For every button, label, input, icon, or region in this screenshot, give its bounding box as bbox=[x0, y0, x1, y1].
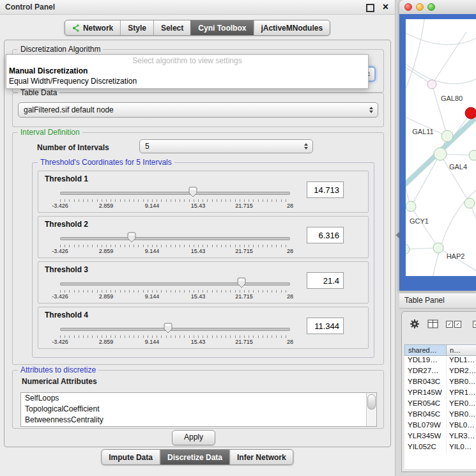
cell-name: YLR3… bbox=[447, 432, 476, 443]
close-traffic-light[interactable] bbox=[404, 3, 412, 11]
network-edge[interactable] bbox=[406, 19, 425, 102]
gear-icon[interactable] bbox=[410, 319, 420, 329]
network-node[interactable] bbox=[469, 150, 476, 160]
table-row[interactable]: YDL19…YDL1… bbox=[404, 356, 476, 367]
cell-shared-name: YIL052C bbox=[404, 443, 447, 454]
table-row[interactable]: YBL079WYBL0… bbox=[404, 421, 476, 432]
column-header-shared-name[interactable]: shared… bbox=[404, 344, 447, 356]
numerical-attributes-label: Numerical Attributes bbox=[22, 377, 97, 386]
threshold-slider[interactable]: -3.4262.8599.14415.4321.71528 bbox=[60, 231, 290, 254]
cell-shared-name: YER054C bbox=[404, 399, 447, 410]
table-row[interactable]: YBR043CYBR0… bbox=[404, 378, 476, 388]
network-node[interactable] bbox=[427, 80, 436, 89]
network-edge[interactable] bbox=[440, 154, 470, 203]
cell-name: YIL0… bbox=[447, 443, 476, 454]
table-toolbar: ✓✓ ✓ bbox=[402, 312, 476, 336]
clear-columns-checkboxes-icon[interactable]: ✓ bbox=[473, 321, 476, 328]
network-node[interactable] bbox=[465, 107, 476, 119]
tab-jactivemnodules[interactable]: jActiveMNodules bbox=[253, 20, 330, 35]
tab-network[interactable]: Network bbox=[65, 20, 120, 35]
table-panel-window: ✓✓ ✓ shared… n… YDL19…YDL1…YDR27…YDR2…YB… bbox=[401, 311, 476, 472]
threshold-slider[interactable]: -3.4262.8599.14415.4321.71528 bbox=[60, 185, 290, 208]
apply-button[interactable]: Apply bbox=[172, 430, 215, 445]
table-row[interactable]: YBR045CYBR0… bbox=[404, 410, 476, 421]
slider-ticks bbox=[60, 290, 290, 293]
threshold-value-field[interactable]: 21.4 bbox=[307, 272, 344, 289]
dropdown-option-manual-discretization[interactable]: Manual Discretization bbox=[9, 66, 365, 75]
slider-thumb[interactable] bbox=[188, 187, 197, 197]
scale-label: 28 bbox=[287, 339, 293, 345]
scale-label: -3.426 bbox=[52, 248, 68, 254]
dropdown-option-equal-width-frequency[interactable]: Equal Width/Frequency Discretization bbox=[9, 77, 365, 86]
network-node[interactable] bbox=[433, 243, 443, 253]
network-edge[interactable] bbox=[438, 248, 476, 273]
tab-select[interactable]: Select bbox=[153, 20, 190, 35]
network-edge[interactable] bbox=[406, 29, 476, 45]
network-node[interactable] bbox=[406, 244, 410, 254]
number-of-intervals-combobox[interactable]: 5 bbox=[139, 139, 313, 153]
threshold-slider[interactable]: -3.4262.8599.14415.4321.71528 bbox=[60, 321, 290, 344]
tab-infer-network[interactable]: Infer Network bbox=[229, 450, 293, 464]
network-window-frame: GAL80GAL11GAL4GCY1HAP2 bbox=[399, 14, 476, 291]
threshold-panel: Threshold 2-3.4262.8599.14415.4321.71528… bbox=[38, 216, 369, 258]
list-scrollbar[interactable] bbox=[366, 393, 376, 426]
network-node[interactable] bbox=[464, 198, 475, 208]
window-title: Control Panel bbox=[5, 3, 55, 12]
tab-cyni-toolbox[interactable]: Cyni Toolbox bbox=[190, 20, 253, 35]
list-item[interactable]: TopologicalCoefficient bbox=[21, 404, 376, 415]
scale-label: 15.43 bbox=[191, 203, 206, 209]
network-edge[interactable] bbox=[432, 84, 447, 136]
threshold-value-field[interactable]: 11.344 bbox=[307, 318, 344, 334]
table-panel-title: Table Panel bbox=[404, 296, 445, 305]
table-row[interactable]: YIL052CYIL0… bbox=[404, 443, 476, 454]
minimize-traffic-light[interactable] bbox=[416, 3, 424, 11]
table-row[interactable]: YDR27…YDR2… bbox=[404, 367, 476, 378]
zoom-traffic-light[interactable] bbox=[427, 3, 435, 11]
scale-label: 2.859 bbox=[99, 293, 114, 300]
scrollbar-thumb[interactable] bbox=[367, 394, 376, 410]
slider-thumb[interactable] bbox=[127, 232, 136, 243]
close-icon[interactable]: × bbox=[383, 1, 388, 13]
table-row[interactable]: YPR145WYPR1… bbox=[404, 388, 476, 399]
network-node[interactable] bbox=[434, 148, 447, 160]
network-node[interactable] bbox=[441, 130, 453, 142]
tab-discretize-data[interactable]: Discretize Data bbox=[160, 450, 229, 464]
control-panel-window: Control Panel × Network Style Select Cyn… bbox=[0, 0, 395, 476]
combo-arrows-icon bbox=[304, 143, 308, 150]
select-columns-checkboxes-icon[interactable]: ✓✓ bbox=[446, 321, 461, 328]
threshold-panel: Threshold 1-3.4262.8599.14415.4321.71528… bbox=[38, 171, 369, 213]
cell-shared-name: YDR27… bbox=[404, 367, 447, 378]
table-data-combobox[interactable]: galFiltered.sif default node bbox=[18, 102, 378, 118]
network-edge[interactable] bbox=[432, 32, 466, 84]
cell-name: YDL1… bbox=[447, 356, 476, 367]
combo-arrows-icon bbox=[369, 107, 373, 113]
cell-name: YPR1… bbox=[447, 388, 476, 399]
columns-icon[interactable] bbox=[427, 319, 438, 328]
attributes-to-discretize-group: Attributes to discretize Numerical Attri… bbox=[12, 370, 384, 429]
table-row[interactable]: YLR345WYLR3… bbox=[404, 432, 476, 443]
network-edge[interactable] bbox=[411, 206, 438, 248]
threshold-value-field[interactable]: 6.316 bbox=[307, 227, 344, 243]
numerical-attributes-list[interactable]: SelfLoopsTopologicalCoefficientBetweenne… bbox=[20, 392, 377, 427]
table-body[interactable]: YDL19…YDL1…YDR27…YDR2…YBR043CYBR0…YPR145… bbox=[404, 356, 476, 469]
float-window-icon[interactable] bbox=[366, 4, 374, 12]
threshold-value-field[interactable]: 14.713 bbox=[307, 181, 344, 198]
network-node[interactable] bbox=[406, 201, 416, 211]
list-item[interactable]: BetweennessCentrality bbox=[21, 415, 376, 426]
scale-label: 28 bbox=[287, 203, 293, 209]
number-of-intervals-label: Number of Intervals bbox=[37, 143, 109, 152]
thresholds-coordinates-group-title: Threshold's Coordinates for 5 Intervals bbox=[38, 158, 174, 167]
column-header-name[interactable]: n… bbox=[447, 344, 476, 356]
tab-style[interactable]: Style bbox=[120, 20, 153, 35]
network-canvas[interactable]: GAL80GAL11GAL4GCY1HAP2 bbox=[406, 19, 476, 276]
scale-label: 28 bbox=[287, 293, 293, 300]
table-row[interactable]: YER054CYER0… bbox=[404, 399, 476, 410]
list-item[interactable]: SelfLoops bbox=[21, 393, 376, 404]
slider-ticks bbox=[60, 245, 290, 247]
slider-track bbox=[60, 328, 290, 331]
slider-thumb[interactable] bbox=[237, 277, 246, 288]
scale-label: 2.859 bbox=[99, 248, 114, 254]
slider-thumb[interactable] bbox=[164, 323, 173, 334]
threshold-slider[interactable]: -3.4262.8599.14415.4321.71528 bbox=[60, 276, 290, 299]
tab-impute-data[interactable]: Impute Data bbox=[102, 450, 160, 464]
